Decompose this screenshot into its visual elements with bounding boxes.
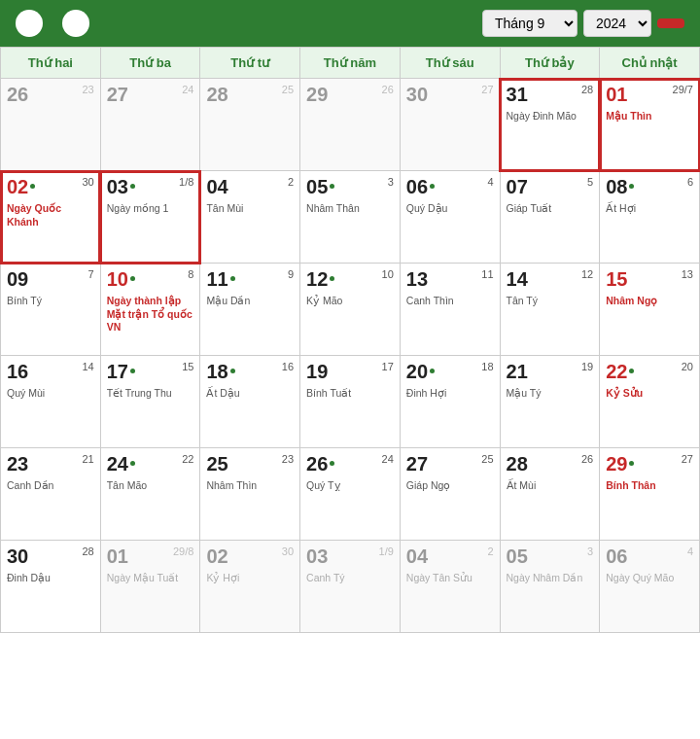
calendar-cell[interactable]: 0230Kỷ Hợi xyxy=(200,541,300,633)
calendar-cell[interactable]: 2725Giáp Ngọ xyxy=(400,448,500,541)
calendar-cell[interactable]: 1513Nhâm Ngọ xyxy=(600,264,700,356)
calendar-body: 262327242825292630273128Ngày Đinh Mão012… xyxy=(1,79,700,633)
calendar-cell[interactable]: 3027 xyxy=(400,79,500,171)
calendar-cell[interactable]: 0129/7Mậu Thìn xyxy=(600,79,700,171)
calendar-cell[interactable]: 1311Canh Thìn xyxy=(400,264,500,356)
cell-info: Canh Dần xyxy=(7,479,94,493)
calendar-cell[interactable]: 119Mậu Dần xyxy=(200,264,300,356)
cell-lunar: 21 xyxy=(82,453,93,465)
xem-button[interactable] xyxy=(657,18,684,28)
event-dot xyxy=(629,461,634,466)
calendar-cell[interactable]: 1210Kỷ Mão xyxy=(300,264,401,356)
calendar-cell[interactable]: 2119Mậu Tý xyxy=(500,356,600,448)
cell-lunar: 11 xyxy=(481,268,493,280)
calendar-cell[interactable]: 3128Ngày Đinh Mão xyxy=(500,79,600,171)
calendar-cell[interactable]: 2724 xyxy=(100,79,200,171)
weekday-4: Thứ sáu xyxy=(400,48,500,79)
cell-info: Ngày thành lập Mặt trận Tổ quốc VN xyxy=(107,295,194,334)
calendar-cell[interactable]: 0129/8Ngày Mậu Tuất xyxy=(100,541,200,633)
event-dot xyxy=(30,184,35,189)
cell-day-number: 31 xyxy=(507,84,528,105)
calendar-row: 1614Quý Mùi1715Tết Trung Thu1816Ất Dậu19… xyxy=(1,356,700,448)
cell-info: Kỷ Sửu xyxy=(606,387,693,401)
next-month-button[interactable] xyxy=(62,10,89,37)
calendar-cell[interactable]: 1816Ất Dậu xyxy=(200,356,300,448)
cell-info: Ất Dậu xyxy=(206,387,294,401)
cell-info: Ngày Tân Sửu xyxy=(406,572,494,585)
cell-info: Ngày mồng 1 xyxy=(107,202,194,216)
calendar-cell[interactable]: 2623 xyxy=(1,79,101,171)
calendar-cell[interactable]: 2523Nhâm Thìn xyxy=(200,448,300,541)
cell-day-number: 29 xyxy=(306,84,328,105)
calendar-cell[interactable]: 086Ất Hợi xyxy=(600,171,700,264)
cell-info: Ất Mùi xyxy=(507,479,594,493)
cell-info: Quý Mùi xyxy=(7,387,94,401)
cell-day-number: 24 xyxy=(107,453,135,475)
calendar-cell[interactable]: 2220Kỷ Sửu xyxy=(600,356,700,448)
calendar-cell[interactable]: 2422Tân Mão xyxy=(100,448,200,541)
calendar-cell[interactable]: 053Ngày Nhâm Dần xyxy=(500,541,600,633)
calendar-table: Thứ haiThứ baThứ tưThứ nămThứ sáuThứ bảy… xyxy=(0,47,700,633)
event-dot xyxy=(330,184,334,189)
calendar-cell[interactable]: 108Ngày thành lập Mặt trận Tổ quốc VN xyxy=(100,264,200,356)
cell-lunar: 23 xyxy=(282,453,294,465)
cell-lunar: 8 xyxy=(188,268,193,280)
calendar-cell[interactable]: 042Tân Mùi xyxy=(200,171,300,264)
cell-info: Quý Dậu xyxy=(406,202,494,216)
cell-lunar: 12 xyxy=(581,268,593,280)
calendar-cell[interactable]: 097Bính Tý xyxy=(1,264,101,356)
event-dot xyxy=(430,369,435,373)
calendar-cell[interactable]: 2927Bính Thân xyxy=(600,448,700,541)
calendar-cell[interactable]: 2926 xyxy=(300,79,401,171)
cell-day-number: 09 xyxy=(7,268,28,290)
cell-lunar: 9 xyxy=(288,268,294,280)
cell-info: Giáp Ngọ xyxy=(406,479,494,493)
calendar-row: 0230Ngày Quốc Khánh031/8Ngày mồng 1042Tâ… xyxy=(1,171,700,264)
cell-day-number: 30 xyxy=(406,84,428,105)
cell-info: Tân Mão xyxy=(107,479,194,493)
cell-lunar: 17 xyxy=(382,361,394,372)
cell-info: Bính Thân xyxy=(606,479,693,493)
cell-day-number: 14 xyxy=(507,268,528,290)
calendar-cell[interactable]: 2624Quý Tỵ xyxy=(300,448,401,541)
prev-month-button[interactable] xyxy=(16,10,43,37)
calendar-cell[interactable]: 1412Tân Tý xyxy=(500,264,600,356)
month-select[interactable]: Tháng 1Tháng 2Tháng 3Tháng 4Tháng 5Tháng… xyxy=(482,10,578,37)
calendar-cell[interactable]: 031/8Ngày mồng 1 xyxy=(100,171,200,264)
cell-day-number: 02 xyxy=(7,176,35,197)
calendar-cell[interactable]: 1614Quý Mùi xyxy=(1,356,101,448)
calendar-cell[interactable]: 2321Canh Dần xyxy=(1,448,101,541)
calendar-cell[interactable]: 2018Đinh Hợi xyxy=(400,356,500,448)
calendar-cell[interactable]: 064Ngày Quý Mão xyxy=(600,541,700,633)
cell-day-number: 19 xyxy=(306,361,328,382)
calendar-cell[interactable]: 031/9Canh Tý xyxy=(300,541,401,633)
calendar-cell[interactable]: 3028Đinh Dậu xyxy=(1,541,101,633)
cell-lunar: 4 xyxy=(487,176,493,188)
calendar-cell[interactable]: 1917Bính Tuất xyxy=(300,356,401,448)
calendar-cell[interactable]: 1715Tết Trung Thu xyxy=(100,356,200,448)
cell-lunar: 3 xyxy=(388,176,394,188)
cell-lunar: 15 xyxy=(182,361,193,372)
cell-day-number: 08 xyxy=(606,176,634,197)
cell-lunar: 4 xyxy=(687,545,693,557)
cell-day-number: 16 xyxy=(7,361,28,382)
event-dot xyxy=(130,461,135,466)
calendar-cell[interactable]: 053Nhâm Thân xyxy=(300,171,401,264)
calendar-cell[interactable]: 064Quý Dậu xyxy=(400,171,500,264)
event-dot xyxy=(430,184,435,189)
year-select[interactable]: 2024 xyxy=(583,10,651,37)
cell-day-number: 01 xyxy=(107,545,128,567)
cell-lunar: 10 xyxy=(382,268,394,280)
cell-info: Mậu Dần xyxy=(206,295,294,308)
cell-lunar: 2 xyxy=(288,176,294,188)
calendar-cell[interactable]: 042Ngày Tân Sửu xyxy=(400,541,500,633)
cell-day-number: 28 xyxy=(507,453,528,475)
cell-day-number: 25 xyxy=(206,453,228,475)
calendar-cell[interactable]: 2825 xyxy=(200,79,300,171)
cell-day-number: 11 xyxy=(206,268,234,290)
calendar-cell[interactable]: 0230Ngày Quốc Khánh xyxy=(1,171,101,264)
cell-lunar: 26 xyxy=(581,453,593,465)
cell-info: Giáp Tuất xyxy=(507,202,594,216)
calendar-cell[interactable]: 2826Ất Mùi xyxy=(500,448,600,541)
calendar-cell[interactable]: 075Giáp Tuất xyxy=(500,171,600,264)
